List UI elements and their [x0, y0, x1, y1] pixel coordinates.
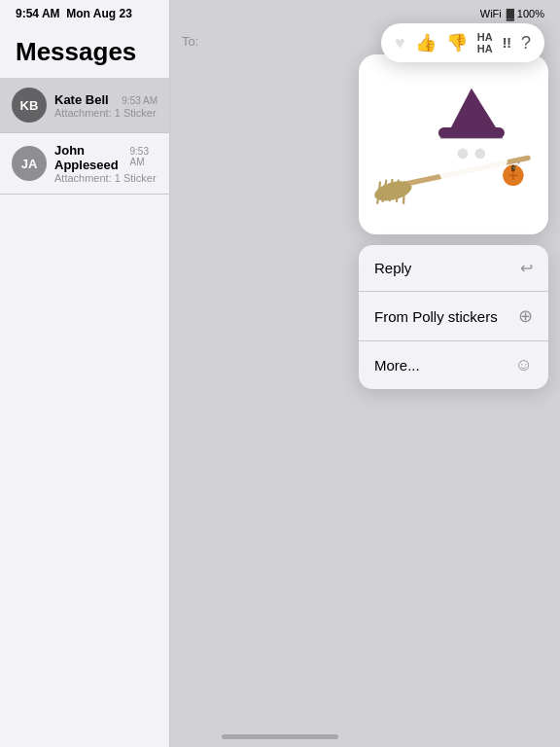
wifi-icon: WiFi	[480, 8, 502, 19]
reply-icon: ↩	[520, 259, 533, 277]
conv-preview-kate-bell: Attachment: 1 Sticker	[54, 107, 158, 119]
conversation-item-john-appleseed[interactable]: JA John Appleseed 9:53 AM Attachment: 1 …	[0, 133, 169, 195]
battery-icon: ▓ 100%	[507, 8, 544, 19]
status-time: 9:54 AM Mon Aug 23	[16, 7, 132, 20]
from-polly-label: From Polly stickers	[374, 308, 498, 325]
haha-reaction[interactable]: HAHA	[477, 31, 493, 54]
conversation-list: KB Kate Bell 9:53 AM Attachment: 1 Stick…	[0, 78, 169, 195]
home-indicator	[222, 734, 338, 739]
svg-rect-11	[438, 127, 504, 138]
heart-reaction[interactable]: ♥	[395, 34, 405, 52]
context-menu-reply[interactable]: Reply ↩	[359, 245, 548, 292]
conv-name-john-appleseed: John Appleseed	[54, 143, 130, 172]
svg-line-6	[403, 182, 404, 202]
conv-time-john-appleseed: 9:53 AM	[130, 146, 158, 167]
more-icon: ☺	[515, 355, 533, 375]
conversation-item-kate-bell[interactable]: KB Kate Bell 9:53 AM Attachment: 1 Stick…	[0, 78, 169, 133]
svg-point-8	[457, 148, 468, 159]
conv-info-kate-bell: Kate Bell 9:53 AM Attachment: 1 Sticker	[54, 92, 158, 119]
thumbup-reaction[interactable]: 👍	[415, 34, 437, 52]
conv-name-kate-bell: Kate Bell	[54, 92, 109, 107]
more-label: More...	[374, 357, 420, 374]
sidebar-title: Messages	[16, 37, 136, 67]
avatar-john-appleseed: JA	[12, 146, 47, 181]
context-menu-from-polly[interactable]: From Polly stickers ⊕	[359, 292, 548, 341]
svg-marker-10	[449, 88, 497, 129]
conv-preview-john-appleseed: Attachment: 1 Sticker	[54, 172, 158, 184]
status-right: WiFi ▓ 100%	[480, 8, 544, 19]
sticker-image	[367, 62, 542, 228]
reply-label: Reply	[374, 260, 411, 276]
sticker-bubble	[359, 54, 548, 234]
context-menu-more[interactable]: More... ☺	[359, 341, 548, 389]
sidebar: Messages KB Kate Bell 9:53 AM Attachment…	[0, 0, 170, 747]
context-menu: Reply ↩ From Polly stickers ⊕ More... ☺	[359, 245, 548, 389]
svg-point-9	[474, 148, 485, 159]
conv-time-kate-bell: 9:53 AM	[122, 95, 158, 106]
main-area: ♥ 👍 👎 HAHA !! ? To:	[170, 0, 560, 747]
conv-info-john-appleseed: John Appleseed 9:53 AM Attachment: 1 Sti…	[54, 143, 158, 184]
from-polly-icon: ⊕	[518, 305, 533, 327]
svg-line-2	[377, 182, 380, 202]
exclaim-reaction[interactable]: !!	[503, 36, 511, 50]
to-label: To:	[182, 34, 198, 49]
question-reaction[interactable]: ?	[521, 34, 531, 52]
avatar-kate-bell: KB	[12, 88, 47, 123]
reaction-bar: ♥ 👍 👎 HAHA !! ?	[381, 23, 544, 62]
thumbdown-reaction[interactable]: 👎	[446, 34, 468, 52]
